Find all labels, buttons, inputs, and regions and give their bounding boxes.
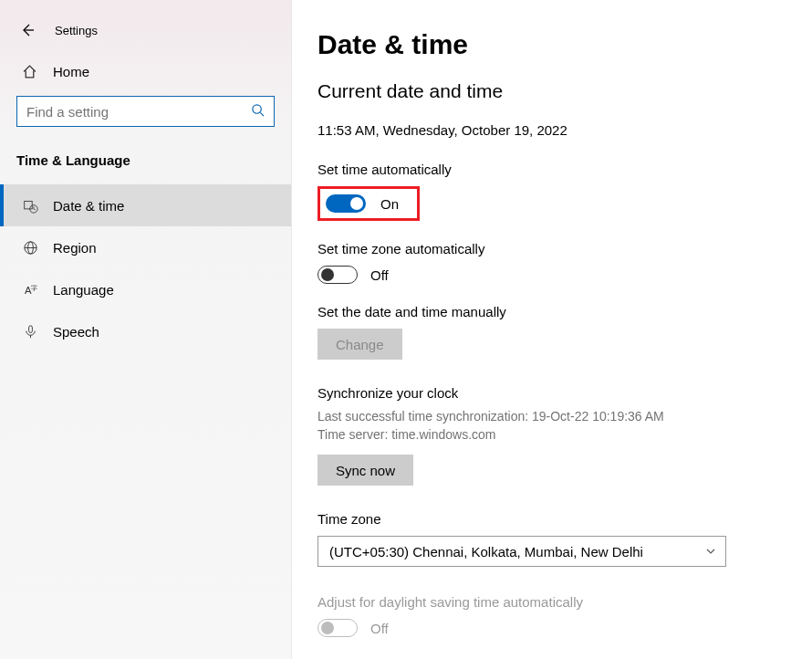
current-datetime-value: 11:53 AM, Wednesday, October 19, 2022 [318, 122, 786, 138]
section-current-datetime: Current date and time [318, 80, 786, 102]
row-set-tz-auto: Off [318, 266, 786, 284]
nav-item-label: Date & time [53, 198, 124, 214]
label-set-time-auto: Set time automatically [318, 162, 786, 177]
sync-server: Time server: time.windows.com [318, 426, 786, 445]
titlebar: Settings [0, 11, 291, 49]
svg-point-1 [253, 104, 261, 112]
back-button[interactable] [16, 19, 38, 41]
nav-home-label: Home [53, 64, 89, 79]
sync-now-button[interactable]: Sync now [318, 455, 413, 486]
toggle-knob [350, 197, 363, 210]
svg-line-6 [33, 208, 35, 209]
sidebar-section-title: Time & Language [0, 138, 291, 181]
search-box[interactable] [16, 96, 275, 127]
change-button: Change [318, 329, 402, 360]
timezone-value: (UTC+05:30) Chennai, Kolkata, Mumbai, Ne… [329, 544, 643, 560]
arrow-left-icon [20, 23, 35, 37]
microphone-icon [22, 324, 38, 340]
nav-item-date-time[interactable]: Date & time [0, 184, 291, 226]
toggle-dst [318, 619, 358, 637]
label-set-tz-auto: Set time zone automatically [318, 241, 786, 256]
svg-rect-3 [24, 201, 32, 209]
toggle-knob [321, 622, 334, 634]
chevron-down-icon [705, 544, 716, 560]
language-a-icon: A字 [22, 282, 38, 298]
search-icon [251, 103, 265, 120]
nav-item-region[interactable]: Region [0, 226, 291, 268]
sync-info: Last successful time synchronization: 19… [318, 408, 786, 444]
nav-item-label: Language [53, 282, 114, 298]
label-dst: Adjust for daylight saving time automati… [318, 594, 786, 610]
svg-rect-12 [28, 325, 32, 332]
globe-icon [22, 240, 38, 256]
timezone-select[interactable]: (UTC+05:30) Chennai, Kolkata, Mumbai, Ne… [318, 536, 726, 567]
nav-item-language[interactable]: A字 Language [0, 268, 291, 310]
search-input[interactable] [26, 104, 251, 120]
nav-item-label: Speech [53, 324, 99, 340]
toggle-knob [321, 268, 334, 281]
clock-calendar-icon [22, 198, 38, 214]
main-content: Date & time Current date and time 11:53 … [292, 0, 812, 659]
sidebar-nav: Date & time Region A字 Language Speech [0, 184, 291, 352]
toggle-set-tz-auto-state: Off [370, 267, 389, 283]
home-icon [22, 64, 38, 79]
toggle-set-tz-auto[interactable] [318, 266, 358, 284]
nav-item-speech[interactable]: Speech [0, 310, 291, 352]
nav-item-label: Region [53, 240, 97, 256]
settings-sidebar: Settings Home Time & Language Date & tim… [0, 0, 292, 659]
label-set-manually: Set the date and time manually [318, 304, 786, 319]
search-container [0, 89, 291, 138]
svg-text:字: 字 [30, 285, 36, 291]
toggle-set-time-auto-state: On [380, 196, 399, 212]
sync-last: Last successful time synchronization: 19… [318, 408, 786, 426]
toggle-set-time-auto[interactable] [326, 194, 366, 213]
row-dst: Off [318, 619, 786, 637]
page-title: Date & time [318, 29, 786, 60]
highlight-set-time-auto: On [318, 186, 420, 221]
app-title: Settings [55, 24, 98, 37]
label-timezone: Time zone [318, 511, 786, 527]
label-sync-clock: Synchronize your clock [318, 385, 786, 401]
nav-home[interactable]: Home [0, 55, 291, 89]
svg-line-2 [260, 112, 264, 116]
toggle-dst-state: Off [370, 621, 389, 636]
